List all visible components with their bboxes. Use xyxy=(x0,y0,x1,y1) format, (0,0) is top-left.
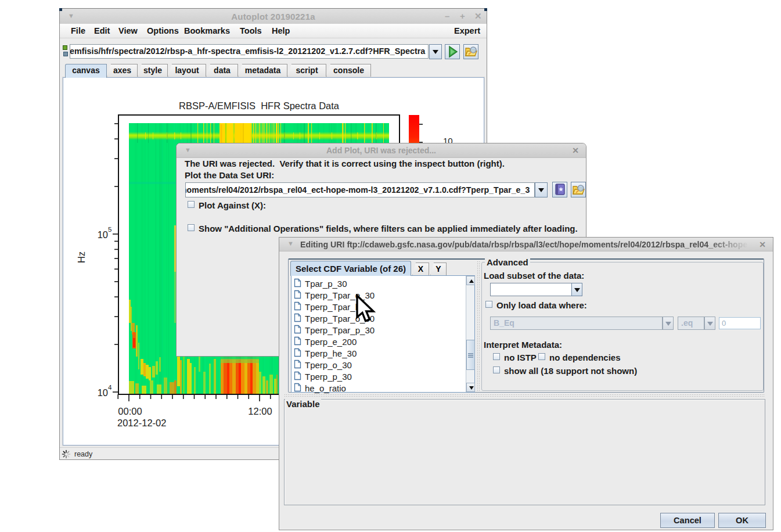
svg-text:2012-12-02: 2012-12-02 xyxy=(117,418,166,428)
svg-text:Hz: Hz xyxy=(76,251,87,263)
svg-text:10: 10 xyxy=(98,229,108,240)
svg-text:12:00: 12:00 xyxy=(248,406,272,416)
svg-text:5: 5 xyxy=(108,226,111,233)
svg-text:RBSP-A/EMFISIS HFR Spectra Da: RBSP-A/EMFISIS HFR Spectra Data xyxy=(179,100,340,111)
svg-text:10: 10 xyxy=(98,387,108,398)
svg-text:4: 4 xyxy=(108,384,112,391)
svg-text:00:00: 00:00 xyxy=(118,406,142,416)
